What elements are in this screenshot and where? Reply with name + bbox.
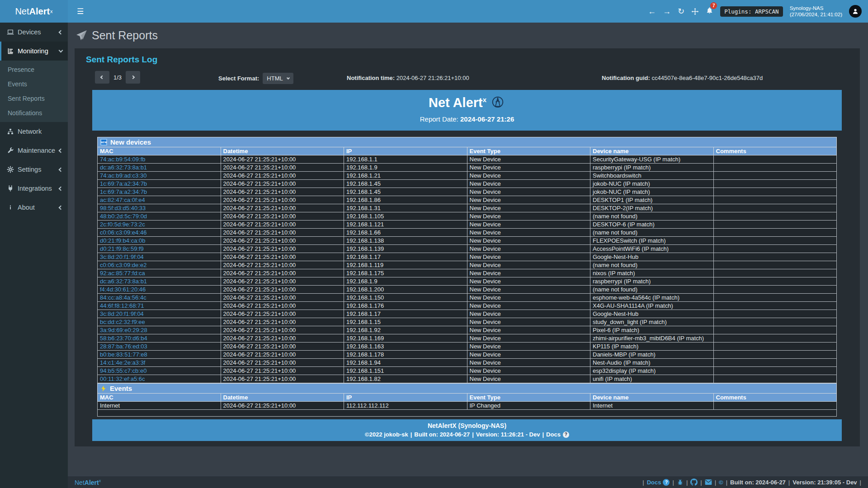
mac-link[interactable]: bc:dd:c2:32:f9:ee bbox=[98, 318, 221, 326]
cell: New Device bbox=[467, 277, 590, 286]
footer-links: | Docs? | | | | © | bbox=[642, 479, 861, 486]
navbar-right: ← → ↻ 7 Plugins: ARPSCAN Synology-NAS (2… bbox=[648, 5, 862, 18]
mac-link[interactable]: 2c:f0:5d:9e:73:2c bbox=[98, 221, 221, 229]
sidebar-item-events[interactable]: Events bbox=[0, 77, 68, 91]
mac-link[interactable]: b0:be:83:51:77:e8 bbox=[98, 351, 221, 359]
sidebar-item-network[interactable]: Network bbox=[0, 122, 68, 141]
table-row: 00:11:32:ef:a5:6c2024-06-27 21:25:21+10:… bbox=[98, 375, 837, 383]
chevron-left-icon bbox=[59, 148, 63, 153]
column-header: Datetime bbox=[221, 147, 344, 155]
move-icon[interactable] bbox=[691, 8, 699, 15]
cell: New Device bbox=[467, 164, 590, 172]
section-title: New devices bbox=[110, 138, 151, 146]
mac-link[interactable]: 14:c1:4e:2e:a3:3f bbox=[98, 359, 221, 367]
notification-count-badge: 7 bbox=[710, 2, 717, 9]
next-page-button[interactable] bbox=[126, 71, 140, 84]
cell: 192.168.1.150 bbox=[344, 294, 467, 302]
cell: 192.168.1.151 bbox=[344, 367, 467, 375]
mac-link[interactable]: 58:b6:23:70:d6:b4 bbox=[98, 334, 221, 343]
question-circle-icon[interactable]: ? bbox=[563, 432, 569, 438]
laptop-icon bbox=[7, 28, 14, 36]
sidebar-item-notifications[interactable]: Notifications bbox=[0, 106, 68, 120]
cell bbox=[713, 229, 837, 237]
mac-link[interactable]: ac:82:47:ca:0f:e4 bbox=[98, 196, 221, 204]
format-select[interactable]: HTML bbox=[263, 73, 293, 84]
copyright-link[interactable]: © bbox=[719, 479, 723, 486]
mac-link[interactable]: c0:06:c3:09:e4:46 bbox=[98, 229, 221, 237]
cell: jokob-NUC (IP match) bbox=[590, 180, 714, 188]
column-header: MAC bbox=[98, 394, 221, 402]
host-name: Synology-NAS bbox=[790, 5, 842, 11]
cell bbox=[713, 334, 837, 343]
bug-report-icon[interactable] bbox=[677, 479, 684, 486]
forward-icon[interactable]: → bbox=[663, 7, 671, 15]
sidebar-item-label: Maintenance bbox=[18, 147, 56, 154]
sidebar-item-devices[interactable]: Devices bbox=[0, 23, 68, 42]
footer-version: Version: 21:39:05 - Dev bbox=[793, 479, 857, 486]
app-logo[interactable]: NetAlertx bbox=[0, 0, 68, 23]
column-header: Device name bbox=[590, 394, 714, 402]
prev-page-button[interactable] bbox=[95, 71, 109, 84]
app-footer: NetAlertx | Docs? | | | | bbox=[68, 476, 868, 488]
info-icon bbox=[7, 204, 14, 211]
refresh-icon[interactable]: ↻ bbox=[678, 7, 684, 15]
sidebar-item-settings[interactable]: Settings bbox=[0, 160, 68, 179]
report-docs-link[interactable]: Docs bbox=[546, 431, 561, 438]
sidebar-item-integrations[interactable]: Integrations bbox=[0, 179, 68, 198]
navbar-main: ☰ ← → ↻ 7 Plugins: ARPSCAN Synology-NAS … bbox=[68, 0, 868, 23]
mac-link[interactable]: 3c:8d:20:f1:9f:04 bbox=[98, 253, 221, 261]
cell: 192.168.1.21 bbox=[344, 172, 467, 180]
mac-link[interactable]: d0:21:f9:8c:59:f9 bbox=[98, 245, 221, 253]
cell bbox=[713, 237, 837, 245]
mac-link[interactable]: 74:ac:b9:54:09:fb bbox=[98, 155, 221, 164]
mac-link[interactable]: 74:ac:b9:ad:c3:30 bbox=[98, 172, 221, 180]
mac-link[interactable]: 28:87:ba:76:ed:03 bbox=[98, 343, 221, 351]
column-header: Comments bbox=[713, 147, 837, 155]
pagination: 1/3 bbox=[95, 71, 140, 84]
plugins-status-badge[interactable]: Plugins: ARPSCAN bbox=[720, 6, 783, 17]
sidebar-toggle-icon[interactable]: ☰ bbox=[77, 7, 84, 16]
cell bbox=[713, 188, 837, 196]
sidebar-item-sent-reports[interactable]: Sent Reports bbox=[0, 91, 68, 106]
mac-link[interactable]: 44:6f:f8:12:68:71 bbox=[98, 302, 221, 310]
cell: 192.168.1.92 bbox=[344, 326, 467, 334]
sidebar-item-maintenance[interactable]: Maintenance bbox=[0, 141, 68, 160]
cell: New Device bbox=[467, 221, 590, 229]
mac-link[interactable]: 3c:8d:20:f1:9f:04 bbox=[98, 310, 221, 318]
email-icon[interactable] bbox=[705, 479, 712, 485]
empty-cell bbox=[98, 410, 837, 417]
table-row: 28:87:ba:76:ed:032024-06-27 21:25:21+10:… bbox=[98, 343, 837, 351]
mac-link[interactable]: f4:4d:30:61:20:46 bbox=[98, 286, 221, 294]
sidebar: Devices Monitoring Presence Events Sent … bbox=[0, 23, 68, 488]
mac-link[interactable]: d0:21:f9:b4:ca:0b bbox=[98, 237, 221, 245]
report-footer: NetAlertX (Synology-NAS) ©2022 jokob-sk … bbox=[92, 419, 842, 441]
github-icon[interactable] bbox=[690, 479, 698, 486]
mac-link[interactable]: 84:cc:a8:4a:56:4c bbox=[98, 294, 221, 302]
mac-link[interactable]: 3a:9d:69:e0:29:28 bbox=[98, 326, 221, 334]
docs-link[interactable]: Docs? bbox=[647, 479, 670, 486]
cell: DESKTOP1 (IP match) bbox=[590, 196, 714, 204]
mac-link[interactable]: 92:ac:85:77:fd:ca bbox=[98, 269, 221, 277]
notifications-bell[interactable]: 7 bbox=[706, 6, 713, 16]
mac-link[interactable]: 1c:69:7a:a2:34:7b bbox=[98, 180, 221, 188]
cell: Internet bbox=[98, 402, 221, 410]
mac-link[interactable]: dc:a6:32:73:8a:b1 bbox=[98, 277, 221, 286]
cell: New Device bbox=[467, 155, 590, 164]
back-icon[interactable]: ← bbox=[648, 7, 656, 15]
cell: 192.168.1.178 bbox=[344, 351, 467, 359]
mac-link[interactable]: 94:b5:55:c7:cb:e0 bbox=[98, 367, 221, 375]
events-table: MACDatetimeIPEvent TypeDevice nameCommen… bbox=[97, 393, 837, 417]
user-avatar[interactable] bbox=[849, 5, 862, 18]
footer-brand[interactable]: NetAlertx bbox=[75, 479, 101, 486]
cell: 192.168.1.121 bbox=[344, 221, 467, 229]
mac-link[interactable]: c0:06:c3:09:de:e2 bbox=[98, 261, 221, 269]
sidebar-item-presence[interactable]: Presence bbox=[0, 62, 68, 77]
mac-link[interactable]: 98:5f:d3:d5:40:33 bbox=[98, 204, 221, 212]
mac-link[interactable]: 48:b0:2d:5c:79:0d bbox=[98, 212, 221, 221]
mac-link[interactable]: 00:11:32:ef:a5:6c bbox=[98, 375, 221, 383]
mac-link[interactable]: 1c:69:7a:a2:34:7b bbox=[98, 188, 221, 196]
mac-link[interactable]: dc:a6:32:73:8a:b1 bbox=[98, 164, 221, 172]
column-header: Comments bbox=[713, 394, 837, 402]
sidebar-item-monitoring[interactable]: Monitoring bbox=[0, 42, 68, 61]
sidebar-item-about[interactable]: About bbox=[0, 198, 68, 217]
